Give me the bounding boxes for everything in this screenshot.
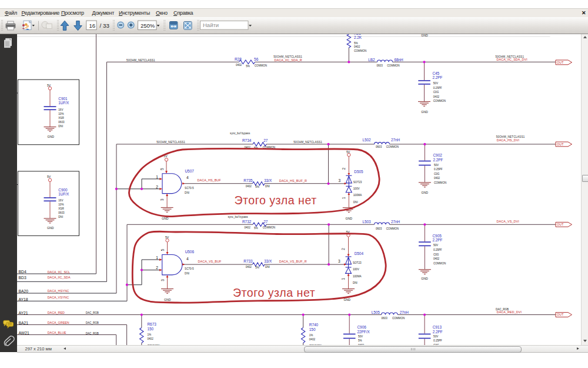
svg-text:BA21: BA21 [18, 320, 28, 324]
svg-text:C913: C913 [432, 325, 442, 329]
svg-text:D505: D505 [354, 170, 363, 174]
svg-text:SOT23: SOT23 [353, 180, 362, 183]
svg-text:1UF/X: 1UF/X [58, 191, 69, 195]
svg-text:GND: GND [421, 277, 428, 280]
svg-text:5%: 5% [353, 41, 358, 44]
svg-text:BD3: BD3 [18, 275, 26, 279]
svg-text:C0G: C0G [433, 253, 439, 256]
svg-text:3: 3 [338, 178, 340, 182]
svg-text:LB2: LB2 [368, 57, 375, 61]
svg-text:DNI: DNI [353, 200, 358, 203]
svg-text:27nH: 27nH [399, 310, 409, 314]
svg-text:GND: GND [47, 134, 54, 138]
svg-text:U506: U506 [185, 250, 194, 254]
svg-text:50V: 50V [433, 244, 438, 247]
svg-text:1%: 1% [147, 333, 151, 336]
svg-text:DACA_RED: DACA_RED [47, 310, 64, 314]
svg-text:GND: GND [421, 34, 428, 37]
svg-text:2: 2 [156, 184, 158, 188]
svg-text:SOT23: SOT23 [352, 261, 361, 264]
svg-text:0402: 0402 [433, 257, 439, 260]
svg-text:COMMON: COMMON [254, 64, 266, 67]
svg-text:R733: R733 [243, 259, 253, 263]
svg-text:L505: L505 [371, 310, 380, 314]
svg-text:Этого узла нет: Этого узла нет [234, 194, 316, 207]
svg-text:R732: R732 [242, 220, 252, 224]
svg-text:DNI: DNI [265, 185, 269, 188]
svg-text:3: 3 [160, 279, 164, 281]
svg-text:COMMON: COMMON [387, 64, 399, 67]
svg-text:10%: 10% [58, 203, 64, 206]
svg-text:100V: 100V [353, 187, 360, 190]
svg-text:0402: 0402 [147, 337, 153, 340]
svg-text:DACA_HS_DVI: DACA_HS_DVI [496, 138, 519, 142]
svg-text:2.2PF: 2.2PF [433, 157, 443, 161]
svg-text:250%: 250% [141, 22, 155, 28]
svg-text:3: 3 [160, 198, 164, 200]
svg-text:27: 27 [263, 138, 268, 142]
svg-text:DACA_BLUE: DACA_BLUE [47, 330, 66, 334]
svg-text:0402: 0402 [433, 95, 439, 98]
svg-text:0603: 0603 [58, 120, 65, 123]
svg-text:OUT: OUT [556, 142, 563, 145]
svg-text:DNI: DNI [185, 191, 189, 194]
svg-text:DACA_RED_DVI: DACA_RED_DVI [496, 310, 521, 314]
svg-text:1: 1 [341, 277, 345, 280]
svg-text:GND: GND [47, 226, 54, 230]
svg-text:GND: GND [343, 297, 350, 301]
svg-text:5%: 5% [255, 185, 259, 188]
svg-text:0402: 0402 [433, 177, 440, 180]
svg-text:D504: D504 [354, 251, 363, 255]
svg-text:4: 4 [186, 256, 189, 260]
svg-text:GND: GND [345, 217, 352, 220]
svg-text:AW21: AW21 [18, 330, 29, 334]
svg-text:GND: GND [421, 191, 428, 194]
svg-text:0402: 0402 [309, 337, 315, 340]
svg-text:DACA_IIC_SDA_R: DACA_IIC_SDA_R [274, 58, 302, 61]
svg-text:2.2PF: 2.2PF [432, 238, 442, 242]
svg-text:50V: 50V [433, 334, 439, 337]
svg-text:AY18: AY18 [18, 297, 28, 301]
svg-text:2: 2 [341, 167, 345, 170]
svg-text:OUT: OUT [556, 223, 563, 226]
svg-text:0402: 0402 [245, 266, 252, 268]
svg-text:C902: C902 [433, 153, 442, 157]
svg-text:BD4: BD4 [18, 270, 26, 274]
svg-text:U507: U507 [185, 169, 194, 173]
svg-text:50V: 50V [433, 163, 439, 166]
svg-text:R740: R740 [309, 323, 318, 327]
svg-text:2.2PF: 2.2PF [432, 329, 442, 333]
svg-text:DAC_RGB: DAC_RGB [85, 311, 98, 314]
svg-text:OUT: OUT [556, 60, 563, 64]
svg-text:22PF/X: 22PF/X [357, 329, 370, 333]
svg-text:BA20: BA20 [18, 289, 28, 293]
svg-text:100MA: 100MA [353, 194, 362, 197]
svg-text:1: 1 [156, 174, 158, 178]
svg-text:SC70-5: SC70-5 [185, 267, 194, 270]
svg-text:0.25PF: 0.25PF [433, 339, 442, 342]
svg-text:50OHM_NETCLASS1: 50OHM_NETCLASS1 [126, 59, 155, 62]
svg-text:5V: 5V [346, 150, 350, 153]
svg-text:sync_buf bypass: sync_buf bypass [228, 215, 248, 218]
svg-text:50V: 50V [358, 334, 363, 337]
svg-text:DACA_VS_BUF_R: DACA_VS_BUF_R [279, 260, 306, 263]
svg-text:68nH: 68nH [394, 57, 403, 61]
svg-text:33/X: 33/X [264, 178, 272, 182]
svg-text:0402: 0402 [244, 226, 250, 229]
svg-text:L502: L502 [362, 138, 371, 142]
svg-text:50OHM_NETCLASS1: 50OHM_NETCLASS1 [496, 135, 524, 138]
svg-text:DNI: DNI [58, 216, 63, 218]
svg-text:27: 27 [263, 220, 268, 224]
svg-text:56: 56 [254, 57, 259, 61]
svg-text:COMMON: COMMON [386, 227, 398, 230]
svg-text:0603: 0603 [375, 145, 382, 148]
svg-text:R735: R735 [243, 178, 253, 182]
svg-text:1%: 1% [309, 333, 313, 336]
svg-text:5V: 5V [47, 83, 51, 87]
svg-text:5V: 5V [47, 175, 51, 178]
svg-text:0603: 0603 [375, 227, 382, 230]
svg-text:5%: 5% [246, 64, 250, 67]
svg-text:DNI: DNI [58, 124, 63, 127]
svg-text:50V: 50V [433, 82, 438, 85]
svg-text:150: 150 [147, 326, 153, 330]
